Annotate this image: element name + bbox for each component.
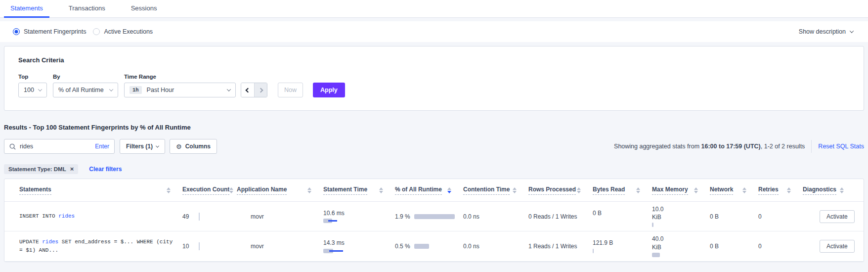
sort-icon (167, 187, 171, 193)
search-box[interactable]: Enter (4, 139, 115, 154)
clear-filters-link[interactable]: Clear filters (89, 166, 122, 173)
sort-desc-icon (447, 187, 451, 193)
header-contention-time[interactable]: Contention Time (463, 186, 528, 195)
header-bytes-read[interactable]: Bytes Read (593, 186, 652, 195)
show-description-label: Show description (799, 28, 846, 35)
filters-button[interactable]: Filters (1) (120, 139, 165, 154)
rows-processed-cell: 1 Reads / 1 Writes (528, 243, 593, 250)
tab-transactions[interactable]: Transactions (62, 0, 112, 18)
table-identifier: rides (42, 239, 58, 245)
summary-prefix: Showing aggregated stats from (614, 143, 701, 150)
now-button[interactable]: Now (278, 83, 303, 97)
max-memory-cell: 40.0 KiB (652, 235, 710, 257)
sort-icon (307, 187, 311, 193)
header-network[interactable]: Network (710, 186, 758, 195)
statement-time-cell: 14.3 ms (323, 239, 395, 253)
search-criteria-title: Search Criteria (18, 56, 850, 64)
network-cell: 0 B (710, 213, 758, 220)
search-enter-link[interactable]: Enter (95, 143, 109, 150)
bytes-read-bar (593, 219, 652, 224)
statements-table: Statements Execution Count Application N… (4, 179, 864, 262)
columns-button[interactable]: ⚙ Columns (170, 139, 217, 154)
sort-icon (742, 187, 746, 193)
tab-statements[interactable]: Statements (4, 0, 49, 18)
view-toggle-bar: Statement Fingerprints Active Executions… (0, 21, 868, 42)
statement-link[interactable]: UPDATE rides SET end_address = $... WHER… (19, 238, 182, 255)
header-retries[interactable]: Retries (758, 186, 803, 195)
header-application-name[interactable]: Application Name (237, 186, 323, 195)
chevron-down-icon (227, 87, 231, 91)
columns-button-label: Columns (185, 143, 211, 150)
time-step-buttons (241, 83, 267, 97)
execution-count-bar (199, 213, 200, 221)
by-field: By % of All Runtime (53, 74, 118, 97)
chevron-down-icon (850, 29, 854, 33)
sort-icon (379, 187, 383, 193)
by-select[interactable]: % of All Runtime (53, 83, 118, 97)
search-icon (9, 143, 16, 150)
time-forward-button[interactable] (254, 83, 267, 97)
retries-cell: 0 (758, 243, 803, 250)
application-name-cell: movr (237, 213, 323, 220)
summary-time-range: 16:00 to 17:59 (UTC) (701, 143, 761, 150)
search-input[interactable] (20, 143, 95, 150)
by-select-value: % of All Runtime (58, 87, 104, 93)
max-memory-cell: 10.0 KiB (652, 205, 710, 227)
sort-icon (787, 187, 791, 193)
max-memory-bar (652, 253, 710, 258)
show-description-toggle[interactable]: Show description (799, 28, 853, 35)
execution-count-cell: 10 (182, 242, 237, 250)
filters-button-label: Filters (1) (126, 143, 153, 150)
pct-runtime-bar (414, 244, 429, 249)
diagnostics-cell: Activate (803, 210, 856, 223)
time-back-button[interactable] (241, 83, 254, 97)
activate-button[interactable]: Activate (820, 240, 855, 253)
search-criteria-panel: Search Criteria Top 100 By % of All Runt… (4, 46, 864, 111)
table-row: INSERT INTO rides 49 movr 10.6 ms 1.9 % … (4, 202, 864, 231)
apply-button[interactable]: Apply (313, 83, 345, 97)
pct-runtime-cell: 1.9 % (395, 213, 463, 220)
application-name-cell: movr (237, 243, 323, 250)
statement-time-bar (323, 249, 395, 254)
header-statement-time[interactable]: Statement Time (323, 186, 395, 195)
results-summary: Showing aggregated stats from 16:00 to 1… (614, 143, 805, 150)
summary-suffix: , 1-2 of 2 results (761, 143, 805, 150)
sort-icon (513, 187, 517, 193)
statement-link[interactable]: INSERT INTO rides (19, 212, 182, 221)
max-memory-bar (652, 223, 710, 227)
tab-sessions[interactable]: Sessions (125, 0, 164, 18)
time-range-value: Past Hour (147, 87, 174, 93)
filter-chip-statement-type: Statement Type: DML × (4, 164, 78, 174)
chevron-left-icon (245, 88, 250, 92)
bytes-read-cell: 0 B (593, 209, 652, 224)
sort-icon (840, 187, 844, 193)
radio-active-executions[interactable]: Active Executions (93, 28, 153, 35)
radio-selected-icon (13, 28, 20, 35)
tab-bar: Statements Transactions Sessions (0, 0, 868, 18)
filter-chip-label: Statement Type: DML (8, 166, 66, 172)
by-label: By (53, 74, 118, 80)
reset-sql-stats-link[interactable]: Reset SQL Stats (818, 143, 864, 150)
chevron-down-icon (38, 87, 42, 91)
top-field: Top 100 (18, 74, 47, 97)
sort-icon (694, 187, 698, 193)
statement-time-cell: 10.6 ms (323, 209, 395, 224)
close-icon[interactable]: × (70, 167, 74, 172)
radio-statement-fingerprints[interactable]: Statement Fingerprints (13, 28, 86, 35)
sort-icon (636, 187, 640, 193)
time-range-select[interactable]: 1h Past Hour (124, 83, 236, 97)
header-statements[interactable]: Statements (19, 186, 182, 195)
top-select[interactable]: 100 (18, 83, 47, 97)
header-max-memory[interactable]: Max Memory (652, 186, 710, 195)
header-execution-count[interactable]: Execution Count (182, 186, 237, 195)
contention-time-cell: 0.0 ns (463, 243, 528, 250)
radio-label: Active Executions (104, 28, 153, 35)
header-pct-all-runtime[interactable]: % of All Runtime (395, 186, 463, 195)
top-label: Top (18, 74, 47, 80)
time-range-label: Time Range (124, 74, 236, 80)
header-diagnostics[interactable]: Diagnostics (803, 186, 856, 195)
header-rows-processed[interactable]: Rows Processed (528, 186, 593, 195)
radio-label: Statement Fingerprints (24, 28, 86, 35)
rows-processed-cell: 0 Reads / 1 Writes (528, 213, 593, 220)
activate-button[interactable]: Activate (820, 210, 855, 223)
